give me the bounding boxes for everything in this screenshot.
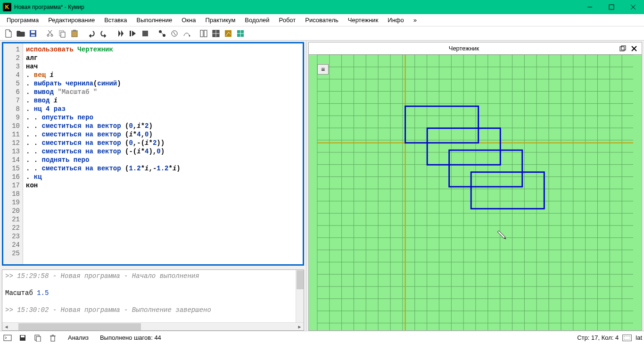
svg-rect-90 bbox=[497, 231, 505, 238]
panel-maximize-button[interactable] bbox=[617, 43, 628, 54]
status-delete-button[interactable] bbox=[47, 333, 58, 343]
status-steps-label: Выполнено шагов: 44 bbox=[100, 334, 161, 341]
status-analysis-label[interactable]: Анализ bbox=[68, 334, 89, 341]
console-panel: >> 15:29:58 - Новая программа - Начало в… bbox=[2, 269, 304, 331]
svg-point-8 bbox=[51, 34, 53, 36]
menu-item[interactable]: Водолей bbox=[240, 15, 274, 25]
svg-rect-93 bbox=[21, 336, 25, 337]
drawer-panel-title: Чертежник bbox=[311, 45, 617, 52]
console-output-line: Масштаб 1.5 bbox=[5, 289, 301, 297]
svg-rect-22 bbox=[200, 30, 203, 37]
app-icon: K bbox=[3, 3, 11, 11]
svg-rect-23 bbox=[204, 30, 207, 37]
svg-rect-86 bbox=[405, 106, 479, 143]
console-log-line: >> 15:30:02 - Новая программа - Выполнен… bbox=[5, 306, 301, 314]
new-file-button[interactable] bbox=[3, 28, 14, 39]
svg-rect-32 bbox=[621, 46, 626, 50]
svg-rect-16 bbox=[142, 31, 148, 36]
step-button[interactable] bbox=[127, 28, 139, 39]
horizontal-splitter[interactable] bbox=[2, 266, 304, 269]
menu-item[interactable]: Инфо bbox=[383, 15, 408, 25]
variables-button[interactable] bbox=[169, 28, 180, 39]
menu-item[interactable]: Практикум bbox=[200, 15, 240, 25]
menu-item[interactable]: Окна bbox=[177, 15, 200, 25]
svg-point-21 bbox=[189, 35, 190, 36]
menu-item[interactable]: Редактирование bbox=[43, 15, 99, 25]
layout2-button[interactable] bbox=[210, 28, 222, 39]
svg-rect-14 bbox=[73, 30, 76, 32]
svg-rect-95 bbox=[36, 336, 41, 342]
drawer-panel-header: Чертежник bbox=[308, 42, 642, 54]
copy-button[interactable] bbox=[57, 28, 68, 39]
redo-button[interactable] bbox=[98, 28, 109, 39]
line-gutter: 1234567891011121314151617181920212223242… bbox=[3, 43, 23, 264]
menu-item[interactable]: Вставка bbox=[99, 15, 132, 25]
svg-rect-6 bbox=[31, 34, 35, 36]
menu-item[interactable]: Робот bbox=[274, 15, 301, 25]
svg-rect-1 bbox=[609, 5, 614, 9]
status-save-button[interactable] bbox=[17, 333, 28, 343]
minimize-button[interactable] bbox=[579, 0, 601, 14]
console-output[interactable]: >> 15:29:58 - Новая программа - Начало в… bbox=[2, 270, 304, 322]
cut-button[interactable] bbox=[44, 28, 56, 39]
svg-rect-88 bbox=[449, 150, 522, 187]
undo-button[interactable] bbox=[86, 28, 97, 39]
console-scrollbar-vertical[interactable] bbox=[296, 270, 304, 322]
drawer-canvas[interactable]: ≡ bbox=[308, 54, 642, 331]
status-bar: Анализ Выполнено шагов: 44 Стр: 17, Кол:… bbox=[0, 331, 644, 344]
svg-rect-15 bbox=[130, 31, 131, 36]
menu-item[interactable]: Рисователь bbox=[300, 15, 343, 25]
paste-button[interactable] bbox=[69, 28, 80, 39]
svg-rect-87 bbox=[427, 128, 500, 165]
toolbar bbox=[0, 26, 644, 41]
open-file-button[interactable] bbox=[15, 28, 26, 39]
close-button[interactable] bbox=[622, 0, 644, 14]
window-titlebar: K Новая программа* - Кумир bbox=[0, 0, 644, 14]
keyboard-icon[interactable] bbox=[622, 335, 632, 341]
canvas-menu-button[interactable]: ≡ bbox=[317, 64, 329, 75]
console-scrollbar-horizontal[interactable]: ◄► bbox=[2, 322, 304, 330]
stop-button[interactable] bbox=[140, 28, 151, 39]
actors-button[interactable] bbox=[157, 28, 168, 39]
maximize-button[interactable] bbox=[601, 0, 622, 14]
svg-rect-5 bbox=[31, 31, 35, 33]
svg-line-19 bbox=[160, 32, 164, 35]
status-console-button[interactable] bbox=[2, 333, 13, 343]
menu-item[interactable]: Программа bbox=[2, 15, 43, 25]
layout3-button[interactable] bbox=[223, 28, 234, 39]
window-title: Новая программа* - Кумир bbox=[14, 4, 579, 10]
svg-rect-31 bbox=[620, 47, 624, 51]
status-copy-button[interactable] bbox=[32, 333, 43, 343]
console-log-line: >> 15:29:58 - Новая программа - Начало в… bbox=[5, 272, 301, 280]
status-cursor-position: Стр: 17, Кол: 4 bbox=[577, 334, 619, 341]
svg-rect-12 bbox=[61, 32, 65, 37]
menu-bar: ПрограммаРедактированиеВставкаВыполнение… bbox=[0, 14, 644, 26]
drawing-surface bbox=[309, 55, 642, 330]
status-input-lang[interactable]: lat bbox=[636, 334, 642, 341]
layout1-button[interactable] bbox=[198, 28, 209, 39]
breakpoint-button[interactable] bbox=[181, 28, 192, 39]
menu-item[interactable]: Выполнение bbox=[132, 15, 177, 25]
menu-item[interactable]: Чертежник bbox=[343, 15, 383, 25]
code-editor[interactable]: 1234567891011121314151617181920212223242… bbox=[2, 42, 304, 266]
run-button[interactable] bbox=[115, 28, 126, 39]
svg-rect-91 bbox=[4, 335, 11, 341]
code-area[interactable]: использовать Чертежникалгнач. вещ i. выб… bbox=[23, 43, 303, 264]
svg-point-7 bbox=[47, 34, 49, 36]
svg-rect-96 bbox=[51, 336, 55, 341]
menu-item[interactable]: » bbox=[409, 15, 421, 25]
save-file-button[interactable] bbox=[27, 28, 39, 39]
panel-close-button[interactable] bbox=[628, 43, 640, 54]
layout4-button[interactable] bbox=[235, 28, 246, 39]
svg-rect-89 bbox=[471, 172, 544, 209]
